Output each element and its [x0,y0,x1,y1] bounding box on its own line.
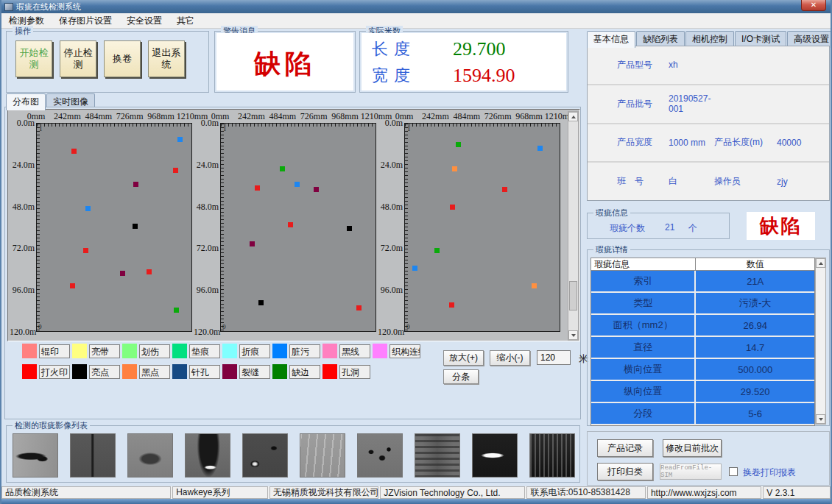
scroll-up-button[interactable] [568,112,578,121]
legend-color-swatch [272,344,287,358]
defect-point[interactable] [83,248,88,253]
defect-point[interactable] [174,308,179,313]
defect-point[interactable] [288,222,293,227]
plot-index-label: 1 [407,125,411,132]
x-axis-ticks [221,124,376,127]
defect-image-list-group: 检测的瑕疵影像列表 [6,425,580,483]
plot-scrollbar[interactable] [568,111,579,341]
zoom-in-button[interactable]: 放大(+) [443,350,484,366]
detail-table-row[interactable]: 横向位置500.000 [591,359,814,381]
detail-table-row[interactable]: 索引21A [591,271,814,293]
product-record-button[interactable]: 产品记录 [597,439,653,457]
print-classify-button[interactable]: 打印归类 [597,463,653,480]
menu-bar: 检测参数保存图片设置安全设置其它 [1,13,831,29]
detail-table-row[interactable]: 纵向位置29.520 [591,381,814,403]
print-on-roll-change-checkbox[interactable] [729,467,738,476]
legend-row-1: 打火印亮点黑点针孔裂缝缺边孔洞 [22,364,373,379]
legend-item: 织构连续 [373,344,420,358]
defect-point[interactable] [258,300,264,305]
defect-thumbnail-5[interactable] [242,433,288,478]
detail-table-row[interactable]: 直径14.7 [591,337,814,359]
defect-thumbnail-7[interactable] [357,433,403,478]
defect-detail-group-label: 瑕疵详情 [593,244,630,255]
modify-batch-button[interactable]: 修改目前批次 [663,439,722,457]
menu-item-1[interactable]: 保存图片设置 [52,13,119,29]
defect-thumbnail-10[interactable] [529,433,575,478]
defect-thumbnail-strip [13,433,575,478]
y-axis-tick-label: 120.0m [378,327,403,338]
exit-system-button[interactable]: 退出系统 [148,40,185,77]
defect-point[interactable] [120,271,125,276]
defect-point[interactable] [250,241,255,246]
detail-table-row[interactable]: 面积（mm2）26.94 [591,315,814,337]
defect-point[interactable] [537,146,543,151]
start-detect-button[interactable]: 开始检测 [15,40,52,77]
x-axis-tick-label: 484mm [453,111,480,122]
meters-input[interactable] [537,350,571,365]
defect-point[interactable] [452,166,457,171]
defect-thumbnail-2[interactable] [70,433,116,478]
defect-point[interactable] [456,142,461,147]
defect-point[interactable] [133,224,138,229]
defect-thumbnail-1[interactable] [13,433,58,478]
plot-area[interactable]: 10 [36,123,192,332]
defect-point[interactable] [85,206,91,211]
y-axis-tick-label: 96.0m [378,285,403,296]
defect-point[interactable] [450,205,455,210]
defect-point[interactable] [347,226,352,231]
defect-point[interactable] [177,137,183,142]
zoom-out-button[interactable]: 缩小(-) [490,350,530,366]
defect-thumbnail-8[interactable] [415,433,460,478]
defect-thumbnail-4[interactable] [185,433,230,478]
defect-point[interactable] [280,166,285,171]
defect-point[interactable] [295,182,300,187]
defect-point[interactable] [449,302,454,308]
defect-point[interactable] [173,168,178,173]
defect-point[interactable] [70,283,75,288]
stop-detect-button[interactable]: 停止检测 [60,40,96,77]
defect-point[interactable] [255,185,260,191]
axis-origin-label: 0 [222,323,226,330]
defect-thumbnail-6[interactable] [300,433,345,478]
change-roll-button[interactable]: 换卷 [104,40,141,77]
defect-point[interactable] [434,248,440,253]
defect-count-value: 21 [665,222,688,235]
detail-table-row[interactable]: 分段5-6 [591,403,814,425]
plot-area[interactable]: 10 [404,123,560,332]
status-segment-2: 无锡精质视觉科技有限公司 [269,486,378,499]
y-axis-tick-label: 24.0m [10,160,35,171]
defect-point[interactable] [532,283,537,288]
detail-table-row[interactable]: 类型污渍-大 [591,293,814,315]
legend-item: 针孔 [172,364,220,379]
defect-thumbnail-9[interactable] [472,433,518,478]
scroll-thumb[interactable] [569,281,577,310]
scroll-down-button[interactable] [568,330,578,340]
scroll-up-button[interactable] [816,258,825,268]
read-from-file-button[interactable]: ReadFromFile-SIM [660,464,722,480]
split-button[interactable]: 分条 [443,369,479,384]
defect-point[interactable] [133,182,138,187]
detail-table-scrollbar[interactable] [815,258,826,425]
defect-point[interactable] [314,187,319,192]
distribution-plot-3: 0mm242mm484mm726mm968mm1210mm0.0m24.0m48… [378,111,562,341]
defect-thumbnail-3[interactable] [127,433,173,478]
menu-item-2[interactable]: 安全设置 [119,13,169,29]
defect-point[interactable] [502,187,507,192]
legend-item: 打火印 [22,364,70,379]
defect-point[interactable] [71,149,77,154]
right-tab-0[interactable]: 基本信息 [587,31,635,48]
y-axis-tick-label: 72.0m [378,243,403,254]
y-axis-tick-label: 24.0m [194,160,219,171]
menu-item-3[interactable]: 其它 [169,13,202,29]
close-button[interactable]: ✕ [801,0,826,11]
scroll-down-button[interactable] [816,414,825,424]
x-axis-tick-label: 968mm [147,111,174,122]
defect-point[interactable] [147,269,152,274]
axis-origin-label: 0 [406,323,410,330]
defect-point[interactable] [412,266,417,271]
plot-area[interactable]: 10 [220,123,376,332]
view-tab-0[interactable]: 分布图 [6,93,46,110]
defect-point[interactable] [356,305,362,310]
legend-color-swatch [222,364,237,379]
y-axis-tick-label: 72.0m [10,243,35,254]
